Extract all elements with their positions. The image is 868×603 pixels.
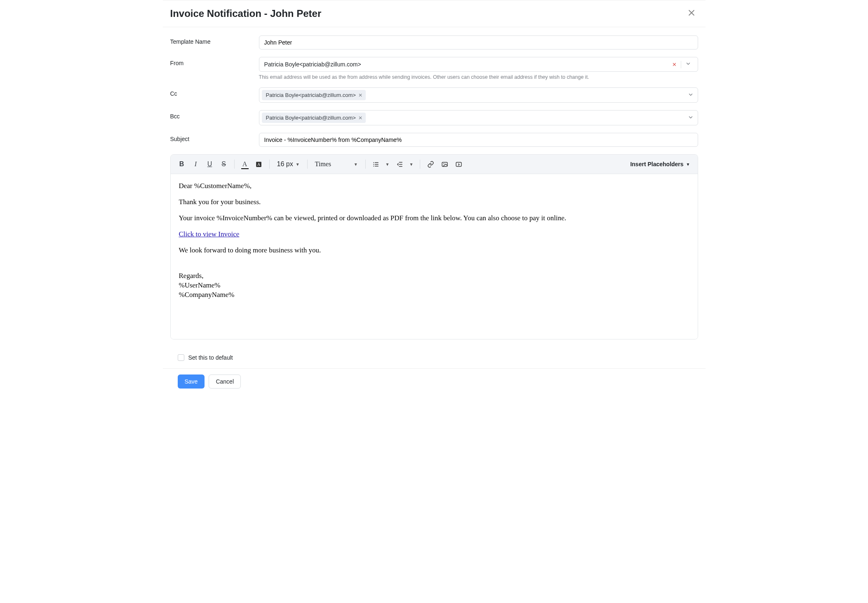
editor-toolbar: B I U S A A 16 px▼ Times▼ [171, 155, 698, 174]
svg-point-9 [373, 165, 374, 166]
from-helper-text: This email address will be used as the f… [259, 74, 698, 80]
svg-point-14 [443, 163, 444, 164]
editor-body[interactable]: Dear %CustomerName%, Thank you for your … [171, 174, 698, 339]
svg-point-7 [373, 162, 374, 163]
svg-text:A: A [257, 162, 261, 167]
row-template-name: Template Name [170, 35, 698, 49]
modal-body: Template Name From Patricia Boyle<patric… [163, 27, 706, 343]
cancel-button[interactable]: Cancel [209, 375, 241, 389]
bold-icon[interactable]: B [176, 158, 188, 170]
font-size-dropdown[interactable]: 16 px▼ [274, 158, 303, 170]
row-bcc: Bcc Patricia Boyle<patriciab@zillum.com>… [170, 110, 698, 125]
chevron-down-icon[interactable] [688, 92, 694, 99]
bcc-chip-text: Patricia Boyle<patriciab@zillum.com> [266, 115, 356, 121]
from-value: Patricia Boyle<patriciab@zillum.com> [264, 61, 669, 68]
rich-text-editor: B I U S A A 16 px▼ Times▼ [170, 154, 698, 339]
editor-line: Your invoice %InvoiceNumber% can be view… [179, 214, 689, 223]
cc-chip: Patricia Boyle<patriciab@zillum.com> ✕ [262, 90, 366, 100]
set-default-checkbox[interactable] [178, 354, 184, 361]
cc-input[interactable]: Patricia Boyle<patriciab@zillum.com> ✕ [259, 87, 698, 103]
image-icon[interactable] [438, 158, 451, 170]
italic-icon[interactable]: I [190, 158, 202, 170]
list-options-dropdown[interactable]: ▼ [383, 158, 392, 170]
close-icon[interactable] [685, 7, 698, 20]
outdent-icon[interactable] [393, 158, 406, 170]
row-from: From Patricia Boyle<patriciab@zillum.com… [170, 57, 698, 80]
chevron-down-icon[interactable] [682, 59, 694, 70]
indent-options-dropdown[interactable]: ▼ [407, 158, 416, 170]
chevron-down-icon[interactable] [688, 114, 694, 121]
bcc-chip-remove-icon[interactable]: ✕ [358, 115, 362, 121]
modal-email-template: Invoice Notification - John Peter Templa… [163, 0, 706, 398]
text-color-icon[interactable]: A [239, 158, 251, 170]
strikethrough-icon[interactable]: S [218, 158, 230, 170]
view-invoice-link[interactable]: Click to view Invoice [179, 230, 240, 238]
editor-line: Thank you for your business. [179, 198, 689, 207]
modal-header: Invoice Notification - John Peter [163, 0, 706, 27]
cc-chip-remove-icon[interactable]: ✕ [358, 92, 362, 98]
set-default-label: Set this to default [188, 354, 233, 361]
bcc-chip: Patricia Boyle<patriciab@zillum.com> ✕ [262, 113, 366, 123]
label-template-name: Template Name [170, 35, 259, 45]
editor-line: Dear %CustomerName%, [179, 181, 689, 191]
from-select[interactable]: Patricia Boyle<patriciab@zillum.com> ✕ [259, 57, 698, 72]
link-icon[interactable] [424, 158, 437, 170]
cc-chip-text: Patricia Boyle<patriciab@zillum.com> [266, 92, 356, 98]
template-name-input[interactable] [259, 35, 698, 49]
bullet-list-icon[interactable] [370, 158, 382, 170]
from-clear-icon[interactable]: ✕ [669, 60, 680, 69]
underline-icon[interactable]: U [204, 158, 216, 170]
row-subject: Subject [170, 133, 698, 147]
editor-line: We look forward to doing more business w… [179, 246, 689, 255]
label-cc: Cc [170, 87, 259, 97]
background-color-icon[interactable]: A [253, 158, 265, 170]
label-bcc: Bcc [170, 110, 259, 120]
code-view-icon[interactable] [452, 158, 465, 170]
modal-footer: Save Cancel [163, 368, 706, 398]
row-cc: Cc Patricia Boyle<patriciab@zillum.com> … [170, 87, 698, 103]
editor-signature: Regards, %UserName% %CompanyName% [179, 271, 689, 300]
bcc-input[interactable]: Patricia Boyle<patriciab@zillum.com> ✕ [259, 110, 698, 125]
label-from: From [170, 57, 259, 66]
subject-input[interactable] [259, 133, 698, 147]
font-family-dropdown[interactable]: Times▼ [312, 158, 361, 170]
svg-rect-13 [442, 162, 447, 166]
row-set-default: Set this to default [163, 343, 706, 368]
modal-title: Invoice Notification - John Peter [170, 8, 685, 19]
label-subject: Subject [170, 133, 259, 142]
save-button[interactable]: Save [178, 375, 205, 389]
svg-point-8 [373, 164, 374, 165]
insert-placeholders-dropdown[interactable]: Insert Placeholders▼ [628, 161, 692, 167]
